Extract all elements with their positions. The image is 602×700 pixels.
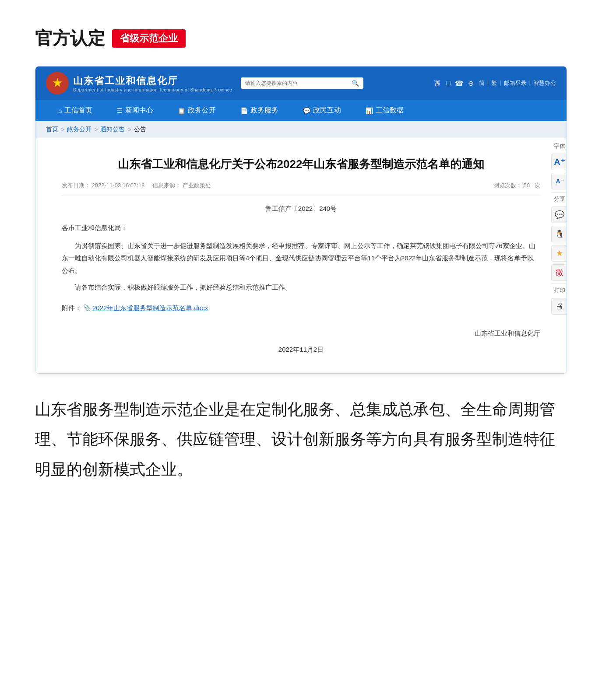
article-salutation: 各市工业和信息化局：: [62, 222, 540, 234]
nav-item-news[interactable]: ☰ 新闻中心: [105, 100, 165, 121]
site-logo-sub: Department of Industry and Information T…: [73, 88, 232, 92]
site-logo-area: ★ 山东省工业和信息化厅 Department of Industry and …: [46, 72, 232, 94]
official-header: 官方认定 省级示范企业: [35, 26, 567, 50]
article-attachment: 附件： 📎 2022年山东省服务型制造示范名单.docx: [62, 302, 540, 315]
article-meta: 发布日期： 2022-11-03 16:07:18 信息来源： 产业政策处 浏览…: [62, 182, 540, 196]
page-wrapper: 官方认定 省级示范企业 ★ 山东省工业和信息化厅 Department of I…: [0, 0, 602, 511]
weibo-share-button[interactable]: 微: [551, 264, 567, 281]
meta-views-label: 浏览次数：: [493, 182, 522, 189]
article-wrapper: 山东省工业和信息化厅关于公布2022年山东省服务型制造示范名单的通知 发布日期：…: [35, 138, 567, 373]
article-date: 2022年11月2日: [62, 343, 540, 356]
description-text: 山东省服务型制造示范企业是在定制化服务、总集成总承包、全生命周期管理、节能环保服…: [35, 395, 567, 484]
site-logo-text: 山东省工业和信息化厅 Department of Industry and In…: [73, 74, 232, 92]
font-label: 字体: [554, 142, 565, 150]
header-icons: ♿ □ ☎ ⊕: [433, 79, 474, 88]
email-login-link[interactable]: 邮箱登录: [504, 79, 527, 87]
print-button[interactable]: 🖨: [551, 298, 567, 315]
article-doc-number: 鲁工信产〔2022〕240号: [62, 205, 540, 213]
site-header: ★ 山东省工业和信息化厅 Department of Industry and …: [35, 66, 567, 100]
meta-date-label: 发布日期：: [62, 182, 90, 189]
nav-label-gov-service: 政务服务: [250, 106, 278, 115]
tool-separator-1: [551, 192, 567, 192]
article-body: 各市工业和信息化局： 为贯彻落实国家、山东省关于进一步促进服务型制造发展相关要求…: [62, 222, 540, 356]
breadcrumb-sep-2: >: [94, 126, 98, 133]
header-links: 简 | 繁 | 邮箱登录 | 智慧办公: [479, 79, 556, 87]
gov-service-icon: 📄: [240, 107, 248, 114]
official-title: 官方认定: [35, 26, 105, 50]
data-icon: 📊: [366, 107, 373, 114]
browser-frame: ★ 山东省工业和信息化厅 Department of Industry and …: [35, 66, 567, 374]
site-logo-icon: ★: [46, 72, 69, 94]
nav-label-home: 工信首页: [64, 106, 92, 115]
nav-item-interaction[interactable]: 💬 政民互动: [291, 100, 353, 121]
breadcrumb-home[interactable]: 首页: [46, 126, 58, 133]
article-para-2: 请各市结合实际，积极做好跟踪服务工作，抓好经验总结和示范推广工作。: [62, 281, 540, 294]
attachment-link[interactable]: 2022年山东省服务型制造示范名单.docx: [92, 302, 208, 315]
article-meta-left: 发布日期： 2022-11-03 16:07:18 信息来源： 产业政策处: [62, 182, 211, 189]
meta-source-label: 信息来源：: [152, 182, 181, 189]
font-large-button[interactable]: A⁺: [551, 154, 567, 170]
breadcrumb: 首页 > 政务公开 > 通知公告 > 公告: [35, 121, 567, 138]
breadcrumb-sep-3: >: [127, 126, 131, 133]
site-logo-main: 山东省工业和信息化厅: [73, 74, 232, 88]
site-search-bar[interactable]: 🔍: [241, 77, 363, 89]
nav-label-data: 工信数据: [376, 106, 404, 115]
site-header-right: ♿ □ ☎ ⊕ 简 | 繁 | 邮箱登录 | 智慧办公: [433, 79, 556, 88]
traditional-link[interactable]: 繁: [491, 79, 497, 87]
accessibility-icon: ♿: [433, 79, 442, 88]
meta-date: 2022-11-03 16:07:18: [92, 182, 145, 189]
nav-item-gov-service[interactable]: 📄 政务服务: [228, 100, 291, 121]
breadcrumb-gov-open[interactable]: 政务公开: [67, 126, 92, 133]
breadcrumb-current: 公告: [134, 126, 146, 133]
news-icon: ☰: [117, 107, 123, 114]
qq-share-button[interactable]: 🐧: [551, 226, 567, 242]
badge: 省级示范企业: [112, 29, 186, 48]
article-sign: 山东省工业和信息化厅: [62, 327, 540, 340]
phone-icon: ☎: [455, 79, 464, 88]
nav-label-interaction: 政民互动: [313, 106, 341, 115]
meta-views-suffix: 次: [535, 182, 540, 189]
share-label: 分享: [554, 195, 565, 203]
breadcrumb-notice[interactable]: 通知公告: [100, 126, 125, 133]
favorite-button[interactable]: ★: [551, 245, 567, 262]
tool-separator-2: [551, 284, 567, 284]
print-label: 打印: [554, 287, 565, 294]
smart-office-link[interactable]: 智慧办公: [533, 79, 556, 87]
article-meta-right: 浏览次数： 50 次: [493, 182, 540, 189]
home-icon: ⌂: [58, 107, 62, 114]
nav-label-gov-open: 政务公开: [188, 106, 216, 115]
attachment-label: 附件：: [62, 302, 81, 315]
meta-views: 50: [524, 182, 530, 189]
gov-open-icon: 📋: [178, 107, 185, 114]
nav-label-news: 新闻中心: [125, 106, 153, 115]
article-title: 山东省工业和信息化厅关于公布2022年山东省服务型制造示范名单的通知: [62, 156, 540, 173]
side-tools: 字体 A⁺ A⁻ 分享 💬 🐧 ★ 微 打印 🖨: [548, 138, 567, 315]
article-para-1: 为贯彻落实国家、山东省关于进一步促进服务型制造发展相关要求，经申报推荐、专家评审…: [62, 240, 540, 277]
search-input[interactable]: [245, 80, 349, 86]
nav-item-home[interactable]: ⌂ 工信首页: [46, 100, 105, 121]
settings-icon: ⊕: [468, 79, 474, 88]
meta-source: 产业政策处: [183, 182, 211, 189]
interaction-icon: 💬: [303, 107, 310, 114]
font-small-button[interactable]: A⁻: [551, 173, 567, 189]
attachment-icon: 📎: [83, 302, 91, 314]
wechat-share-button[interactable]: 💬: [551, 206, 567, 223]
simplified-link[interactable]: 简: [479, 79, 485, 87]
search-icon[interactable]: 🔍: [352, 80, 359, 87]
breadcrumb-sep-1: >: [61, 126, 64, 133]
article-container: 山东省工业和信息化厅关于公布2022年山东省服务型制造示范名单的通知 发布日期：…: [35, 138, 567, 373]
nav-item-gov-open[interactable]: 📋 政务公开: [165, 100, 228, 121]
site-nav: ⌂ 工信首页 ☰ 新闻中心 📋 政务公开 📄 政务服务 💬 政民互动 📊 工: [35, 100, 567, 121]
window-icon: □: [446, 79, 451, 88]
nav-item-data[interactable]: 📊 工信数据: [353, 100, 416, 121]
